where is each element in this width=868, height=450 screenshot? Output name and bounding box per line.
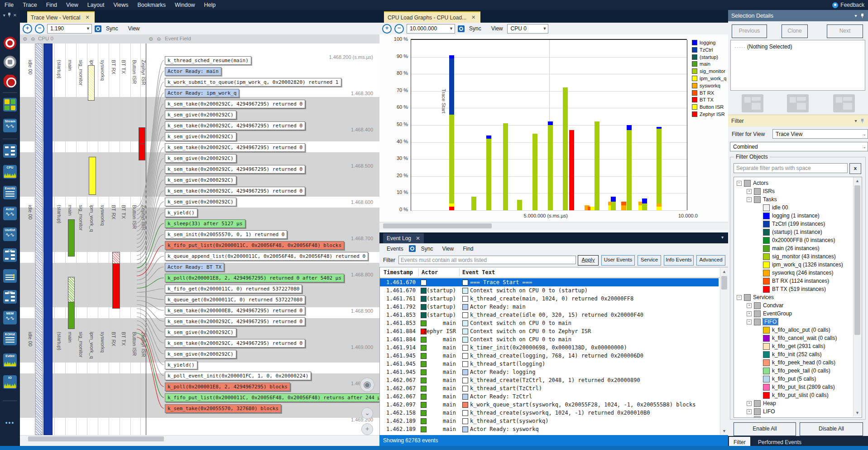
view-menu[interactable]: View [126, 25, 142, 32]
filter-tree-row[interactable]: sysworkq (246 instances) [757, 269, 833, 277]
event-log-row[interactable]: 1.462.097maink_work_queue_start(sysworkq… [380, 401, 719, 409]
trace-activity-bar[interactable] [112, 263, 120, 309]
close-icon[interactable]: ✕ [470, 14, 477, 21]
trace-event-box[interactable]: k_sem_take(0x2000292C, 4294967295) retur… [165, 143, 305, 152]
actor-graph-icon[interactable]: Actor∿∿ [3, 207, 17, 220]
tree-checkbox[interactable] [754, 319, 761, 325]
collapse-icon[interactable]: − [737, 181, 742, 186]
trace-event-box[interactable]: k_fifo_get(0x2000011C, 0) returned 53722… [165, 285, 302, 293]
event-log-row[interactable]: 1.461.853(startup)k_thread_create(idle 0… [380, 311, 719, 319]
legend-item[interactable]: sig_monitor [692, 68, 725, 74]
event-log-row[interactable]: 1.462.067maink_thread_create(TzCtrl, 204… [380, 376, 719, 384]
trace-event-box[interactable]: k_sem_give(0x2000292C) [165, 111, 236, 119]
trace-event-box[interactable]: k_queue_append_list(0x2000011C, 0x20056F… [165, 252, 368, 261]
tree-checkbox[interactable] [754, 196, 761, 203]
state-list-icon[interactable]: ! [3, 269, 17, 283]
trace-event-box[interactable]: k_sem_take(0x2000292C, 4294967295) retur… [165, 339, 305, 348]
legend-item[interactable]: Button ISR [692, 104, 724, 110]
pin-icon[interactable] [861, 14, 864, 18]
cpu-load-bar[interactable] [503, 123, 508, 210]
filter-tree-row[interactable]: +Mailbox [747, 416, 782, 418]
trace-activity-bar[interactable] [139, 144, 145, 160]
filter-tree-row[interactable]: k_fifo_peek_head (0 calls) [757, 358, 835, 367]
filter-tree-row[interactable]: (startup) (1 instance) [757, 228, 822, 236]
tab-cpu-load-graphs[interactable]: CPU Load Graphs - CPU Load... ✕ [384, 11, 480, 23]
filter-tree-row[interactable]: +ISRs [747, 187, 775, 195]
filter-objects-search-input[interactable] [734, 163, 848, 173]
cpu-select-combo[interactable]: CPU 0 ▼ [507, 24, 548, 34]
event-log-row[interactable]: 1.461.670=== Trace Start === [380, 278, 719, 286]
trace-event-box[interactable]: k_poll_event_init(0x200001FC, 1, 0, 0x20… [165, 372, 311, 380]
info-events-button[interactable]: Info Events [664, 255, 694, 266]
collapse-icon[interactable]: − [747, 319, 752, 324]
trace-event-box[interactable]: k_sleep(33) after 5127 µs [165, 219, 245, 228]
tree-color-swatch[interactable] [763, 376, 770, 382]
filter-tree-row[interactable]: BT TX (519 instances) [757, 285, 826, 293]
menu-item-view[interactable]: View [62, 0, 83, 10]
previous-button[interactable]: Previous [732, 24, 767, 38]
memory-graph-icon[interactable]: MEM∿∿ [3, 311, 17, 324]
tree-color-swatch[interactable] [763, 384, 770, 391]
tzctrl-running-stripe[interactable] [43, 44, 53, 435]
tree-color-swatch[interactable] [763, 392, 770, 399]
stop-icon[interactable] [3, 55, 17, 69]
filter-tree-row[interactable]: logging (1 instance) [757, 212, 820, 220]
cpu-load-bar[interactable] [548, 121, 553, 210]
legend-item[interactable]: ipm_work_q [692, 76, 726, 81]
cpu-load-bar[interactable] [486, 135, 491, 210]
event-log-icon[interactable]: Events [3, 186, 17, 199]
log-scrollbar[interactable]: ▲▼ [720, 268, 728, 435]
expand-icon[interactable]: + [747, 189, 752, 194]
trace-event-box[interactable]: k_sem_init(0x20055570, 0, 1) returned 0 [165, 230, 287, 239]
cpu-load-bar[interactable] [449, 55, 454, 210]
tree-color-swatch[interactable] [763, 286, 770, 293]
menu-find[interactable]: Find [459, 246, 477, 252]
zoom-out-icon[interactable]: − [394, 24, 404, 34]
trace-canvas[interactable]: idle 00idle 00idle 00(startup)(startup)(… [20, 44, 379, 435]
cpu-zoom-combo[interactable]: 10.000.000 ▼ [407, 24, 455, 34]
legend-item[interactable]: (startup) [692, 54, 718, 60]
chevron-down-icon[interactable]: ▾ [3, 13, 5, 18]
view-menu[interactable]: View [489, 25, 505, 32]
tree-checkbox[interactable] [744, 294, 751, 301]
close-icon[interactable]: ✕ [13, 13, 17, 18]
expand-icon[interactable]: + [747, 401, 752, 406]
filter-tree-row[interactable]: k_fifo_peek_tail (0 calls) [757, 367, 830, 375]
state-machine-icon[interactable]: SM [3, 290, 17, 304]
cpu-load-bar[interactable] [563, 87, 568, 210]
trace-event-box[interactable]: Actor Ready: main [165, 67, 221, 76]
tree-color-swatch[interactable] [763, 253, 770, 260]
tree-color-swatch[interactable] [763, 237, 770, 244]
clone-button[interactable]: Clone [782, 24, 808, 38]
legend-item[interactable]: Zephyr ISR [692, 111, 725, 117]
trace-event-box[interactable]: k_sem_take(0x20055570, 327680) blocks [165, 404, 281, 413]
collapse-icon[interactable]: − [747, 197, 752, 202]
expand-icon[interactable]: + [747, 303, 752, 308]
tree-color-swatch[interactable] [763, 327, 770, 334]
tree-checkbox[interactable] [754, 188, 761, 195]
tree-color-swatch[interactable] [763, 229, 770, 236]
event-log-row[interactable]: 1.461.884Zephyr ISRContext switch on CPU… [380, 327, 719, 335]
tree-color-swatch[interactable] [763, 245, 770, 252]
trace-event-box[interactable]: k_sem_take(0x2000292C, 4294967295) retur… [165, 317, 305, 326]
user-events-button[interactable]: User Events [601, 255, 635, 266]
filter-tree-row[interactable]: −FIFO [747, 318, 778, 326]
menu-item-views[interactable]: Views [109, 0, 133, 10]
chevron-down-icon[interactable]: ▾ [855, 13, 857, 18]
trace-horizontal-scrollbar[interactable] [20, 435, 379, 443]
trace-event-box[interactable]: k_fifo_put_list(0x2000011C, 0x20056F48, … [165, 241, 344, 250]
tree-color-swatch[interactable] [763, 204, 770, 211]
menu-item-layout[interactable]: Layout [83, 0, 109, 10]
chart-plot-area[interactable] [411, 39, 687, 211]
clear-filter-button[interactable]: x [849, 163, 861, 174]
close-icon[interactable]: ✕ [416, 235, 420, 242]
scrollbar-thumb[interactable] [854, 185, 860, 335]
filter-tree-row[interactable]: +EventGroup [747, 310, 792, 318]
trace-event-box[interactable]: k_work_submit_to_queue(ipm_work_q, 0x200… [165, 78, 341, 87]
trace-event-box[interactable]: Actor Ready: ipm_work_q [165, 89, 239, 97]
tree-color-swatch[interactable] [763, 368, 770, 374]
event-log-row[interactable]: 1.462.189mainActor Ready: sysworkq [380, 425, 719, 433]
menu-item-bookmarks[interactable]: Bookmarks [133, 0, 171, 10]
trace-event-box[interactable]: k_sem_give(0x2000292C) [165, 132, 236, 141]
trace-event-box[interactable]: Actor Ready: BT TX [165, 263, 224, 271]
